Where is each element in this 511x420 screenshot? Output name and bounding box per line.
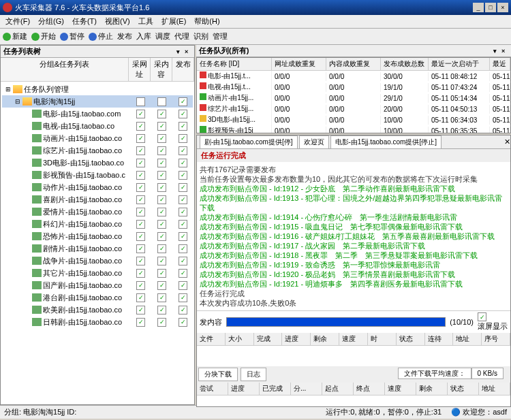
tab-close-icon[interactable]: ✕ [504,138,510,146]
scroll-checkbox[interactable]: ✓ 滚屏显示 [478,312,508,332]
panel-close-icon[interactable]: × [185,48,191,55]
menu-item[interactable]: 分组(G) [35,16,67,27]
menu-item[interactable]: 帮助(H) [191,16,222,27]
task-col[interactable]: 进度 [228,383,260,395]
task-col[interactable]: 尝试 [197,383,228,395]
checkbox[interactable]: ✓ [136,208,145,216]
file-col[interactable]: 序号 [482,333,510,345]
tree-row[interactable]: 综艺片-由15jj.taobao.co✓✓✓ [2,144,193,157]
checkbox[interactable]: ✓ [136,195,145,204]
tree-row[interactable]: 欧美剧-由15jj.taobao.co✓✓✓ [2,304,193,316]
checkbox[interactable]: ✓ [179,318,187,327]
checkbox[interactable]: ✓ [136,220,145,229]
tree-row[interactable]: 国产剧-由15jj.taobao.co✓✓✓ [2,279,193,291]
menu-item[interactable]: 任务(T) [69,16,99,27]
file-col[interactable]: 连待 [425,333,454,345]
checkbox[interactable]: ✓ [157,159,166,167]
task-col[interactable]: 地址 [479,383,510,395]
checkbox[interactable]: ✓ [157,269,166,278]
close-button[interactable]: × [497,3,508,12]
checkbox[interactable]: ✓ [136,318,145,327]
tree-row[interactable]: 日韩剧-由15jj.taobao.co✓✓✓ [2,316,193,328]
checkbox[interactable]: ✓ [179,208,187,216]
tree-row[interactable]: 剧情片-由15jj.taobao.co✓✓✓ [2,242,193,255]
checkbox[interactable]: ✓ [179,232,187,241]
checkbox[interactable]: ✓ [179,281,187,290]
tree-row[interactable]: 战争片-由15jj.taobao.co✓✓✓ [2,255,193,267]
grid-header[interactable]: 最近 [490,58,510,70]
file-col[interactable]: 进度 [282,333,311,345]
detail-tab[interactable]: 电影-由15jj.taobao.com提供[停止] [330,135,442,148]
checkbox[interactable]: ✓ [136,306,145,314]
checkbox[interactable]: ✓ [157,281,166,290]
checkbox[interactable]: ✓ [136,146,145,155]
toolbar-管理[interactable]: 管理 [213,31,228,42]
task-tree[interactable]: ⊞任务队列管理⊟电影淘淘15jj✓电影-由15jj.taobao.com✓✓✓电… [1,82,194,404]
checkbox[interactable]: ✓ [157,208,166,216]
checkbox[interactable]: ✓ [179,146,187,155]
checkbox[interactable]: ✓ [136,171,145,180]
checkbox[interactable]: ✓ [157,146,166,155]
file-col[interactable]: 速度 [339,333,368,345]
tree-row[interactable]: 港台剧-由15jj.taobao.co✓✓✓ [2,291,193,304]
checkbox[interactable]: ✓ [157,122,166,131]
checkbox[interactable]: ✓ [136,122,145,131]
checkbox[interactable]: ✓ [157,293,166,302]
checkbox[interactable]: ✓ [179,134,187,143]
checkbox[interactable]: ✓ [157,244,166,253]
checkbox[interactable]: ✓ [136,232,145,241]
checkbox[interactable]: ✓ [179,97,187,106]
task-col[interactable]: 速度 [385,383,416,395]
minimize-button[interactable]: _ [473,3,484,12]
grid-header[interactable]: 最近一次启动于 [429,58,490,70]
file-col[interactable]: 剩余 [311,333,339,345]
checkbox[interactable]: ✓ [136,110,145,118]
grid-row[interactable]: 3D电影-由15jj...0/0/00/0/010/0/005-11 06:34… [197,114,510,125]
file-col[interactable]: 大小 [226,333,254,345]
log-area[interactable]: 共有1767记录需要发布当前任务设置每次最多发布数量为10，因此其它的可发布的数… [197,162,510,310]
checkbox[interactable]: ✓ [157,195,166,204]
tree-row[interactable]: ⊟电影淘淘15jj✓ [2,95,193,108]
file-col[interactable]: 文件 [197,333,226,345]
toolbar-调度[interactable]: 调度 [155,31,170,42]
panel-menu-icon[interactable]: ▾ [493,48,500,54]
checkbox[interactable]: ✓ [157,232,166,241]
checkbox[interactable]: ✓ [179,171,187,180]
tree-row[interactable]: 爱情片-由15jj.taobao.co✓✓✓ [2,206,193,218]
grid-row[interactable]: 综艺片-由15jj...0/0/00/0/020/0/005-11 04:50:… [197,103,510,114]
toolbar-发布[interactable]: 发布 [117,31,132,42]
toolbar-入库[interactable]: 入库 [136,31,151,42]
checkbox[interactable]: ✓ [157,110,166,118]
checkbox[interactable]: ✓ [157,306,166,314]
tree-row[interactable]: 动作片-由15jj.taobao.co✓✓✓ [2,181,193,193]
grid-row[interactable]: 影视预告-由15j0/0/00/0/010/0/005-11 06:35:350… [197,125,510,133]
tree-row[interactable]: 喜剧片-由15jj.taobao.co✓✓✓ [2,193,193,206]
checkbox[interactable] [136,97,145,106]
tree-row[interactable]: 电视-由15jj.taobao.co✓✓✓ [2,120,193,132]
tab-log[interactable]: 日志 [241,368,266,381]
checkbox[interactable]: ✓ [136,257,145,265]
checkbox[interactable]: ✓ [179,195,187,204]
panel-close-icon[interactable]: × [501,48,508,54]
checkbox[interactable]: ✓ [179,257,187,265]
tree-row[interactable]: 恐怖片-由15jj.taobao.co✓✓✓ [2,230,193,242]
tree-row[interactable]: 动画片-由15jj.taobao.co✓✓✓ [2,132,193,144]
tree-col-content[interactable]: 采内容 [151,58,172,81]
checkbox[interactable]: ✓ [136,159,145,167]
menu-item[interactable]: 文件(F) [3,16,33,27]
menu-item[interactable]: 扩展(E) [159,16,189,27]
checkbox[interactable]: ✓ [136,281,145,290]
tab-block-download[interactable]: 分块下载 [198,368,238,381]
checkbox[interactable]: ✓ [179,122,187,131]
grid-row[interactable]: 电视-由15jj.t...0/0/00/0/019/1/005-11 07:43… [197,82,510,93]
task-col[interactable]: 已完成 [260,383,291,395]
checkbox[interactable]: ✓ [179,306,187,314]
task-col[interactable]: 起点 [322,383,354,395]
task-col[interactable]: 剩余 [416,383,448,395]
checkbox[interactable]: ✓ [136,293,145,302]
grid-header[interactable]: 发布成败总数 [381,58,429,70]
grid-header[interactable]: 内容成败重复 [326,58,381,70]
task-col[interactable]: 状态 [448,383,479,395]
checkbox[interactable]: ✓ [179,269,187,278]
checkbox[interactable]: ✓ [179,183,187,192]
